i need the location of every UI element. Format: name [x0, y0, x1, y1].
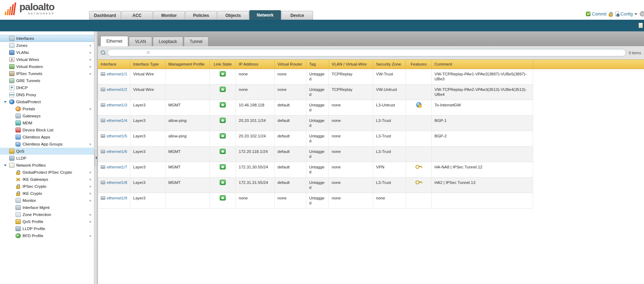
interface-link[interactable]: ethernet1/1: [107, 72, 127, 76]
table-row[interactable]: ethernet1/1 Virtual Wire none none Untag…: [98, 69, 644, 85]
sidebar-item-portals[interactable]: Portals: [0, 105, 94, 112]
interface-icon: [101, 134, 105, 138]
col-security-zone[interactable]: Security Zone: [373, 60, 406, 69]
cell-virtual-router: default: [275, 162, 306, 177]
sidebar-item-label: Interfaces: [16, 36, 34, 41]
sidebar-item-ipsec-tunnels[interactable]: IPSec Tunnels: [0, 70, 94, 77]
col-tag[interactable]: Tag: [306, 60, 329, 69]
table-row[interactable]: ethernet1/3 Layer3 MGMT 10.46.198.118 de…: [98, 100, 644, 116]
sidebar-item-gp-ipsec-crypto[interactable]: GlobalProtect IPSec Crypto: [0, 169, 94, 176]
col-interface[interactable]: Interface: [98, 60, 130, 69]
sidebar-splitter[interactable]: [94, 31, 98, 284]
sidebar-item-vlans[interactable]: VLANs: [0, 49, 94, 56]
sidebar-item-virtual-routers[interactable]: Virtual Routers: [0, 63, 94, 70]
sidebar-item-dhcp[interactable]: IP DHCP: [0, 84, 94, 91]
gear-icon[interactable]: [640, 11, 644, 17]
sidebar-collapse-button[interactable]: [95, 150, 97, 166]
row-filler: [533, 69, 644, 85]
col-vlan-virtual-wire[interactable]: VLAN / Virtual-Wire: [329, 60, 373, 69]
subtab-tunnel[interactable]: Tunnel: [184, 37, 208, 46]
cell-tag: Untagged: [306, 162, 329, 177]
sidebar-item-device-block-list[interactable]: Device Block List: [0, 126, 94, 134]
interface-link[interactable]: ethernet1/3: [107, 103, 127, 107]
sidebar-item-network-profiles[interactable]: Network Profiles: [0, 162, 94, 169]
sidebar-item-globalprotect[interactable]: GlobalProtect: [0, 98, 94, 105]
tab-dashboard[interactable]: Dashboard: [89, 11, 121, 20]
sidebar-item-gre-tunnels[interactable]: GRE Tunnels: [0, 77, 94, 84]
tab-objects[interactable]: Objects: [217, 11, 249, 20]
global-find-icon[interactable]: [639, 23, 643, 28]
interface-link[interactable]: ethernet1/8: [107, 180, 127, 185]
cell-virtual-router: default: [275, 116, 306, 131]
sidebar-item-monitor-profile[interactable]: Monitor: [0, 197, 94, 204]
col-features[interactable]: Features: [406, 60, 432, 69]
cell-ip: 10.46.198.118: [236, 100, 275, 115]
lock-icon[interactable]: [609, 13, 613, 17]
sidebar-item-qos-profile[interactable]: QoS Profile: [0, 218, 94, 225]
subtab-loopback[interactable]: Loopback: [153, 37, 183, 46]
sidebar-item-ike-crypto[interactable]: IKE Crypto: [0, 190, 94, 197]
table-row[interactable]: ethernet1/4 Layer3 allow-ping 20.20.101.…: [98, 116, 644, 131]
sidebar-item-label: IPSec Crypto: [23, 184, 46, 189]
col-ip-address[interactable]: IP Address: [236, 60, 275, 69]
link-state-up-icon: [220, 133, 226, 138]
config-menu-button[interactable]: Config: [615, 12, 637, 17]
subtab-vlan[interactable]: VLAN: [129, 37, 152, 46]
sidebar-item-qos[interactable]: QoS: [0, 148, 94, 155]
tab-acc[interactable]: ACC: [121, 11, 153, 20]
table-row[interactable]: ethernet1/9 Layer3 none none Untagged no…: [98, 193, 644, 209]
cell-type: Layer3: [130, 147, 165, 162]
cell-ip: 172.31.31.55/24: [236, 178, 275, 193]
table-row[interactable]: ethernet1/5 Layer3 allow-ping 20.20.102.…: [98, 131, 644, 147]
sidebar-item-lldp-profile[interactable]: LLDP Profile: [0, 225, 94, 232]
tab-monitor[interactable]: Monitor: [153, 11, 185, 20]
sidebar-item-dns-proxy[interactable]: DNS DNS Proxy: [0, 91, 94, 98]
col-management-profile[interactable]: Management Profile: [165, 60, 210, 69]
interface-link[interactable]: ethernet1/4: [107, 118, 127, 123]
col-link-state[interactable]: Link State: [210, 60, 236, 69]
ethernet-interfaces-table: Interface Interface Type Management Prof…: [98, 60, 644, 284]
sidebar-item-ipsec-crypto[interactable]: IPSec Crypto: [0, 183, 94, 190]
table-row[interactable]: ethernet1/7 Layer3 MGMT 172.31.30.55/24 …: [98, 162, 644, 178]
sidebar-item-clientless-apps[interactable]: Clientless Apps: [0, 134, 94, 141]
collapse-arrow-icon[interactable]: [4, 101, 7, 103]
sidebar-item-gateways[interactable]: Gateways: [0, 112, 94, 119]
tab-policies[interactable]: Policies: [185, 11, 217, 20]
interface-link[interactable]: ethernet1/9: [107, 196, 127, 200]
sidebar-item-interface-mgmt[interactable]: Interface Mgmt: [0, 204, 94, 211]
tab-network[interactable]: Network: [249, 10, 281, 20]
sidebar-item-label: Device Block List: [23, 128, 54, 132]
tab-device[interactable]: Device: [281, 11, 313, 20]
sidebar-item-mdm[interactable]: MDM: [0, 119, 94, 126]
sidebar-item-ike-gateways[interactable]: IKE Gateways: [0, 176, 94, 183]
table-row[interactable]: ethernet1/6 Layer3 MGMT 172.20.118.1/24 …: [98, 147, 644, 162]
cell-vlan: none: [329, 100, 373, 115]
search-icon[interactable]: [101, 50, 105, 55]
interface-link[interactable]: ethernet1/2: [107, 87, 127, 92]
interface-link[interactable]: ethernet1/7: [107, 165, 127, 169]
cell-vlan: TCPReplay: [329, 69, 373, 84]
interface-link[interactable]: ethernet1/5: [107, 134, 127, 138]
sidebar-item-zone-protection[interactable]: Zone Protection: [0, 211, 94, 218]
commit-button[interactable]: Commit: [586, 12, 606, 17]
sidebar-item-bfd-profile[interactable]: BFD Profile: [0, 232, 94, 239]
col-interface-type[interactable]: Interface Type: [130, 60, 165, 69]
sidebar-item-virtual-wires[interactable]: 2 Virtual Wires: [0, 56, 94, 63]
filter-input[interactable]: [107, 49, 626, 56]
sidebar-item-clientless-app-groups[interactable]: Clientless App Groups: [0, 141, 94, 148]
col-virtual-router[interactable]: Virtual Router: [275, 60, 306, 69]
sidebar-item-label: Zones: [16, 43, 27, 48]
subtab-ethernet[interactable]: Ethernet: [100, 36, 128, 46]
sidebar-item-interfaces[interactable]: Interfaces: [0, 35, 94, 42]
paloalto-logo[interactable]: paloalto NETWORKS®: [4, 2, 54, 15]
col-comment[interactable]: Comment: [432, 60, 533, 69]
cell-vlan: none: [329, 193, 373, 208]
interface-link[interactable]: ethernet1/6: [107, 149, 127, 154]
cell-security-zone: L3-Trust: [373, 178, 406, 193]
sidebar-item-zones[interactable]: Zones: [0, 42, 94, 49]
sidebar-item-lldp[interactable]: LLDP: [0, 155, 94, 162]
sidebar-item-label: Portals: [23, 107, 35, 111]
table-row[interactable]: ethernet1/2 Virtual Wire none none Untag…: [98, 85, 644, 100]
collapse-arrow-icon[interactable]: [4, 165, 7, 166]
table-row[interactable]: ethernet1/8 Layer3 MGMT 172.31.31.55/24 …: [98, 178, 644, 193]
